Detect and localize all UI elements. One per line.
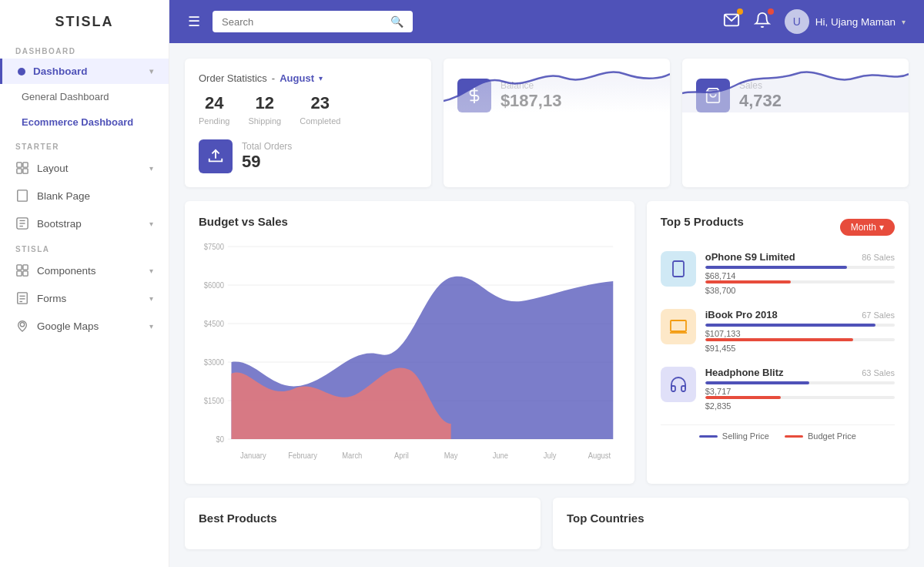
svg-text:$4500: $4500: [204, 320, 225, 328]
search-box[interactable]: 🔍: [213, 11, 413, 32]
budget-bar-fill-3: [705, 396, 782, 399]
shipping-label: Shipping: [248, 116, 281, 126]
product-item: oPhone S9 Limited 86 Sales $68,714 $38,7…: [661, 251, 895, 295]
order-footer: Total Orders 59: [199, 139, 417, 173]
sidebar-item-dashboard[interactable]: Dashboard ▾: [0, 59, 169, 84]
chevron-down-icon: ▾: [149, 267, 153, 275]
selling-bar-2: [705, 324, 895, 327]
budget-legend-label: Budget Price: [808, 431, 856, 441]
sidebar-item-blank-label: Blank Page: [37, 190, 90, 202]
product-name-row-3: Headphone Blitz 63 Sales: [705, 367, 895, 378]
laptop-icon: [669, 317, 688, 336]
svg-text:$3000: $3000: [204, 358, 225, 367]
sidebar-item-maps-label: Google Maps: [37, 320, 99, 332]
sidebar-item-layout-label: Layout: [37, 163, 69, 174]
svg-rect-1: [23, 163, 28, 167]
sidebar-item-ecommerce-dashboard[interactable]: Ecommerce Dashboard: [0, 109, 169, 135]
pending-value: 24: [199, 93, 229, 113]
search-icon[interactable]: 🔍: [390, 15, 403, 28]
sidebar-item-general-dashboard[interactable]: General Dashboard: [0, 84, 169, 109]
sidebar-item-ecommerce-label: Ecommerce Dashboard: [22, 116, 133, 128]
product-thumb-3: [661, 367, 696, 402]
order-total-info: Total Orders 59: [242, 141, 292, 172]
svg-text:$7500: $7500: [204, 243, 225, 251]
budget-bar-3: [705, 396, 895, 399]
content-area: Order Statistics - August ▾ 24 Pending 1…: [169, 43, 924, 567]
product-info-2: iBook Pro 2018 67 Sales $107,133 $91,455: [705, 309, 895, 353]
selling-bar-fill-3: [705, 381, 809, 384]
app-logo: STISLA: [0, 0, 169, 39]
sidebar-item-google-maps[interactable]: Google Maps ▾: [0, 312, 169, 340]
order-filter-arrow[interactable]: ▾: [319, 74, 323, 82]
header: ☰ 🔍 U Hi, Ujang Maman ▾: [169, 0, 924, 43]
product-name-row-1: oPhone S9 Limited 86 Sales: [705, 251, 895, 263]
chevron-down-icon: ▾: [149, 294, 153, 303]
balance-card: Balance $187,13: [444, 59, 670, 187]
dashboard-icon: [18, 68, 25, 75]
shipping-stat: 12 Shipping: [248, 93, 281, 127]
search-input[interactable]: [222, 16, 390, 28]
order-total-icon-box: [199, 139, 233, 173]
svg-text:$6000: $6000: [204, 281, 225, 290]
svg-rect-2: [17, 169, 22, 173]
product-info-3: Headphone Blitz 63 Sales $3,717 $2,835: [705, 367, 895, 411]
menu-toggle-button[interactable]: ☰: [188, 13, 200, 30]
sidebar-item-layout[interactable]: Layout ▾: [0, 154, 169, 182]
sidebar-section-stisla: STISLA: [0, 237, 169, 257]
maps-icon: [15, 319, 29, 333]
chevron-down-icon: ▾: [149, 322, 153, 330]
month-btn-label: Month: [851, 222, 876, 233]
main-area: ☰ 🔍 U Hi, Ujang Maman ▾: [169, 0, 924, 567]
product-thumb-1: [661, 251, 696, 287]
svg-point-17: [20, 323, 24, 327]
month-filter-button[interactable]: Month ▾: [840, 219, 895, 236]
product-item: Headphone Blitz 63 Sales $3,717 $2,835: [661, 367, 895, 411]
product-thumb-2: [661, 309, 696, 344]
sidebar-item-bootstrap[interactable]: Bootstrap ▾: [0, 210, 169, 237]
user-dropdown-icon: ▾: [902, 18, 906, 26]
sidebar-item-forms-label: Forms: [37, 293, 66, 304]
best-products-title: Best Products: [199, 512, 527, 525]
email-icon-button[interactable]: [723, 12, 740, 32]
top-countries-title: Top Countries: [567, 512, 895, 525]
layout-icon: [15, 161, 29, 175]
phone-icon: [669, 260, 688, 278]
order-stats-card: Order Statistics - August ▾ 24 Pending 1…: [185, 59, 431, 187]
product-name-2: iBook Pro 2018: [705, 309, 778, 320]
selling-bar-fill-1: [705, 266, 848, 269]
user-menu[interactable]: U Hi, Ujang Maman ▾: [785, 9, 906, 34]
order-stats-filter[interactable]: August: [280, 72, 314, 84]
sidebar-item-components[interactable]: Components ▾: [0, 257, 169, 284]
sidebar: STISLA DASHBOARD Dashboard ▾ General Das…: [0, 0, 169, 567]
svg-rect-12: [23, 271, 28, 276]
selling-val-2: $107,133: [705, 329, 895, 338]
budget-val-1: $38,700: [705, 286, 895, 295]
blank-page-icon: [15, 189, 29, 203]
svg-text:$0: $0: [216, 435, 225, 444]
notification-icon-button[interactable]: [754, 12, 771, 32]
top5-legend: Selling Price Budget Price: [661, 424, 895, 441]
pending-stat: 24 Pending: [199, 93, 229, 127]
sidebar-item-forms[interactable]: Forms ▾: [0, 284, 169, 312]
sidebar-item-components-label: Components: [37, 265, 96, 277]
selling-val-1: $68,714: [705, 271, 895, 280]
svg-rect-44: [671, 320, 686, 331]
avatar: U: [785, 9, 809, 34]
month-btn-arrow: ▾: [879, 222, 884, 233]
bell-icon: [754, 12, 771, 29]
best-products-card: Best Products: [185, 498, 541, 549]
selling-val-3: $3,717: [705, 387, 895, 396]
svg-rect-10: [23, 265, 28, 270]
top-countries-card: Top Countries: [553, 498, 909, 549]
budget-bar-1: [705, 280, 895, 284]
selling-bar-1: [705, 266, 895, 269]
svg-text:July: July: [544, 451, 557, 460]
completed-stat: 23 Completed: [300, 93, 340, 127]
headphone-icon: [669, 375, 688, 394]
svg-text:June: June: [493, 451, 508, 460]
product-sales-2: 67 Sales: [862, 310, 895, 320]
selling-bar-fill-2: [705, 324, 876, 327]
sidebar-item-blank-page[interactable]: Blank Page: [0, 182, 169, 210]
svg-text:August: August: [588, 451, 611, 460]
top5-title: Top 5 Products: [661, 215, 744, 228]
